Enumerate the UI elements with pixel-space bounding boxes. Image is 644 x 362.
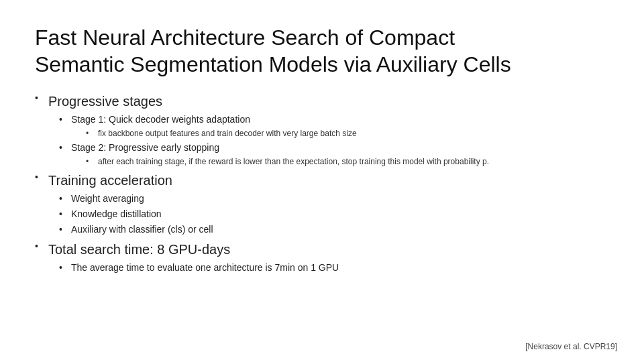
total-sublist: The average time to evaluate one archite… [59, 261, 609, 275]
training-sub-2: Auxiliary with classifier (cls) or cell [59, 223, 609, 237]
training-sub-2-text: Auxiliary with classifier (cls) or cell [71, 224, 213, 235]
stage2-sub: after each training stage, if the reward… [86, 156, 609, 168]
training-label: Training acceleration [48, 173, 172, 188]
stage1-label: Stage 1: Quick decoder weights adaptatio… [71, 114, 250, 125]
main-list: Progressive stages Stage 1: Quick decode… [35, 91, 609, 275]
total-sub: The average time to evaluate one archite… [59, 261, 609, 275]
title-line1: Fast Neural Architecture Search of Compa… [35, 25, 455, 50]
progressive-sublist: Stage 1: Quick decoder weights adaptatio… [59, 113, 609, 168]
slide: Fast Neural Architecture Search of Compa… [0, 0, 644, 362]
total-sub-text: The average time to evaluate one archite… [71, 262, 339, 273]
citation: [Nekrasov et al. CVPR19] [525, 342, 617, 351]
slide-content: Progressive stages Stage 1: Quick decode… [35, 91, 609, 346]
total-item: Total search time: 8 GPU-days The averag… [35, 239, 609, 275]
stage1-sub-text: fix backbone output features and train d… [98, 129, 357, 138]
stage1-item: Stage 1: Quick decoder weights adaptatio… [59, 113, 609, 139]
stage2-sub-text: after each training stage, if the reward… [98, 157, 489, 166]
stage2-item: Stage 2: Progressive early stopping afte… [59, 141, 609, 168]
training-sub-1-text: Knowledge distillation [71, 208, 162, 219]
total-label: Total search time: 8 GPU-days [48, 242, 230, 257]
title-line2: Semantic Segmentation Models via Auxilia… [35, 52, 511, 76]
training-sub-0: Weight averaging [59, 192, 609, 206]
training-sub-1: Knowledge distillation [59, 207, 609, 221]
slide-title: Fast Neural Architecture Search of Compa… [35, 24, 609, 78]
training-item: Training acceleration Weight averaging K… [35, 170, 609, 237]
progressive-item: Progressive stages Stage 1: Quick decode… [35, 91, 609, 168]
stage2-label: Stage 2: Progressive early stopping [71, 142, 219, 153]
progressive-label: Progressive stages [48, 94, 162, 109]
stage1-sublist: fix backbone output features and train d… [86, 127, 609, 139]
stage1-sub: fix backbone output features and train d… [86, 127, 609, 139]
training-sublist: Weight averaging Knowledge distillation … [59, 192, 609, 237]
stage2-sublist: after each training stage, if the reward… [86, 156, 609, 168]
training-sub-0-text: Weight averaging [71, 193, 144, 204]
